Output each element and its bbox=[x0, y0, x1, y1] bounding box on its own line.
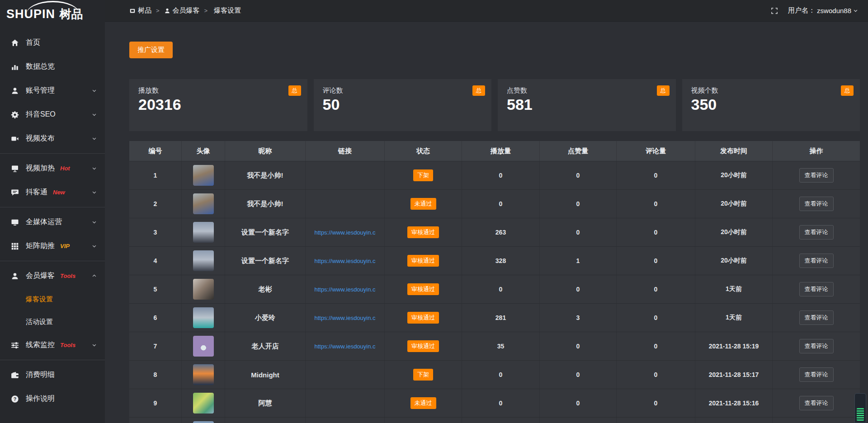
sidebar-item-消费明细[interactable]: 消费明细 bbox=[0, 363, 105, 387]
avatar bbox=[193, 421, 214, 423]
cell-comments: 0 bbox=[617, 247, 695, 275]
sidebar-item-首页[interactable]: 首页 bbox=[0, 31, 105, 55]
svg-text:?: ? bbox=[14, 396, 17, 401]
sidebar-item-数据总览[interactable]: 数据总览 bbox=[0, 55, 105, 79]
sidebar-item-抖音SEO[interactable]: 抖音SEO bbox=[0, 103, 105, 127]
video-link[interactable]: https://www.iesdouyin.c bbox=[314, 286, 375, 293]
stat-card-value: 50 bbox=[323, 96, 483, 113]
cell-likes: 0 bbox=[540, 161, 617, 189]
view-comments-button[interactable]: 查看评论 bbox=[799, 396, 834, 410]
view-comments-button[interactable]: 查看评论 bbox=[799, 254, 834, 268]
sidebar-item-label: 矩阵助推 bbox=[26, 241, 55, 251]
view-comments-button[interactable]: 查看评论 bbox=[799, 225, 834, 240]
stat-cards: 播放数 20316 总 评论数 50 总 点赞数 581 总 视频个数 350 … bbox=[129, 79, 860, 131]
video-link[interactable]: https://www.iesdouyin.c bbox=[314, 343, 375, 350]
status-badge: 未通过 bbox=[410, 397, 436, 409]
view-comments-button[interactable]: 查看评论 bbox=[799, 168, 834, 183]
data-table: 编号头像昵称链接状态播放量点赞量评论量发布时间操作 1 我不是小帅! 下架 0 … bbox=[129, 141, 860, 423]
sidebar-item-矩阵助推[interactable]: 矩阵助推 VIP bbox=[0, 234, 105, 258]
sidebar-item-label: 账号管理 bbox=[26, 86, 55, 95]
stat-card-label: 播放数 bbox=[138, 86, 298, 95]
sliders-icon bbox=[11, 341, 19, 349]
home-icon bbox=[11, 39, 19, 47]
sidebar-item-label: 会员爆客 bbox=[26, 271, 55, 281]
cell-plays: 35 bbox=[462, 332, 540, 360]
promo-settings-button[interactable]: 推广设置 bbox=[129, 42, 173, 58]
scrollbar-widget[interactable] bbox=[854, 393, 866, 423]
sidebar-item-视频加热[interactable]: 视频加热 Hot bbox=[0, 156, 105, 180]
chevron-down-icon bbox=[92, 220, 97, 225]
cell-number: 7 bbox=[129, 332, 182, 360]
status-badge: 审核通过 bbox=[407, 312, 439, 324]
stat-card: 播放数 20316 总 bbox=[129, 79, 307, 131]
sidebar-subitem-爆客设置[interactable]: 爆客设置 bbox=[0, 288, 105, 310]
app-logo[interactable]: SHUPIN 树品 bbox=[0, 0, 105, 28]
cell-plays bbox=[462, 418, 540, 423]
cell-plays: 0 bbox=[462, 389, 540, 417]
cell-publish-time: 20小时前 bbox=[695, 218, 773, 246]
cell-publish-time: 20小时前 bbox=[695, 190, 773, 218]
sidebar-divider bbox=[0, 207, 105, 207]
table-row: 8 Midnight 下架 0 0 0 2021-11-28 15:17 查看评… bbox=[129, 360, 860, 389]
view-comments-button[interactable]: 查看评论 bbox=[799, 310, 834, 325]
username: zswodun88 bbox=[817, 7, 851, 14]
cell-plays: 281 bbox=[462, 304, 540, 332]
cell-likes: 1 bbox=[540, 247, 617, 275]
breadcrumb-root[interactable]: 树品 bbox=[129, 6, 151, 15]
sidebar-item-会员爆客[interactable]: 会员爆客 Tools bbox=[0, 264, 105, 288]
sidebar-item-label: 操作说明 bbox=[26, 394, 55, 404]
cell-likes: 0 bbox=[540, 218, 617, 246]
table-row: 10 bbox=[129, 417, 860, 423]
view-comments-button[interactable]: 查看评论 bbox=[799, 367, 834, 382]
sidebar-item-操作说明[interactable]: ? 操作说明 bbox=[0, 387, 105, 411]
cell-number: 1 bbox=[129, 161, 182, 189]
cell-publish-time bbox=[695, 418, 773, 423]
chevron-down-icon bbox=[92, 343, 97, 348]
sidebar-item-全媒体运营[interactable]: 全媒体运营 bbox=[0, 210, 105, 234]
table-row: 6 小爱玲 https://www.iesdouyin.c 审核通过 281 3… bbox=[129, 303, 860, 332]
cell-comments: 0 bbox=[617, 275, 695, 303]
cell-likes: 0 bbox=[540, 361, 617, 389]
fullscreen-icon[interactable] bbox=[771, 7, 778, 14]
sidebar-item-label: 视频加热 bbox=[26, 164, 55, 173]
status-badge: 审核通过 bbox=[407, 226, 439, 238]
stat-card-total-badge: 总 bbox=[841, 85, 854, 96]
sidebar-item-label: 线索监控 bbox=[26, 340, 55, 350]
cell-nickname: 小爱玲 bbox=[225, 304, 306, 332]
cell-publish-time: 1天前 bbox=[695, 304, 773, 332]
view-comments-button[interactable]: 查看评论 bbox=[799, 197, 834, 211]
avatar bbox=[193, 364, 214, 385]
user-menu[interactable]: 用户名： zswodun88 bbox=[788, 6, 858, 15]
video-link[interactable]: https://www.iesdouyin.c bbox=[314, 258, 375, 264]
cell-plays: 328 bbox=[462, 247, 540, 275]
cell-nickname: 我不是小帅! bbox=[225, 190, 306, 218]
sidebar-item-账号管理[interactable]: 账号管理 bbox=[0, 79, 105, 103]
sidebar-item-抖客通[interactable]: 抖客通 New bbox=[0, 180, 105, 204]
sidebar-item-label: 抖音SEO bbox=[26, 110, 56, 119]
table-row: 7 老人开店 https://www.iesdouyin.c 审核通过 35 0… bbox=[129, 332, 860, 360]
sidebar-subitem-活动设置[interactable]: 活动设置 bbox=[0, 310, 105, 333]
cell-number: 10 bbox=[129, 418, 182, 423]
stat-card-total-badge: 总 bbox=[472, 85, 485, 96]
status-badge: 审核通过 bbox=[407, 283, 439, 295]
avatar bbox=[193, 307, 214, 328]
sidebar-item-label: 首页 bbox=[26, 38, 40, 47]
view-comments-button[interactable]: 查看评论 bbox=[799, 282, 834, 296]
avatar bbox=[193, 250, 214, 271]
cell-plays: 0 bbox=[462, 190, 540, 218]
sidebar-item-视频发布[interactable]: 视频发布 bbox=[0, 127, 105, 150]
main-content: 推广设置 播放数 20316 总 评论数 50 总 点赞数 581 总 视频个数… bbox=[105, 22, 868, 423]
avatar bbox=[193, 193, 214, 214]
video-link[interactable]: https://www.iesdouyin.c bbox=[314, 229, 375, 236]
chevron-down-icon bbox=[92, 244, 97, 249]
table-row: 4 设置一个新名字 https://www.iesdouyin.c 审核通过 3… bbox=[129, 246, 860, 275]
person-icon bbox=[164, 8, 170, 14]
video-link[interactable]: https://www.iesdouyin.c bbox=[314, 315, 375, 321]
view-comments-button[interactable]: 查看评论 bbox=[799, 339, 834, 353]
cell-publish-time: 1天前 bbox=[695, 275, 773, 303]
cell-number: 8 bbox=[129, 361, 182, 389]
logo-arc-decoration bbox=[26, 1, 80, 14]
cell-nickname bbox=[225, 418, 306, 423]
breadcrumb-section[interactable]: 会员爆客 bbox=[164, 6, 200, 15]
sidebar-item-线索监控[interactable]: 线索监控 Tools bbox=[0, 333, 105, 357]
